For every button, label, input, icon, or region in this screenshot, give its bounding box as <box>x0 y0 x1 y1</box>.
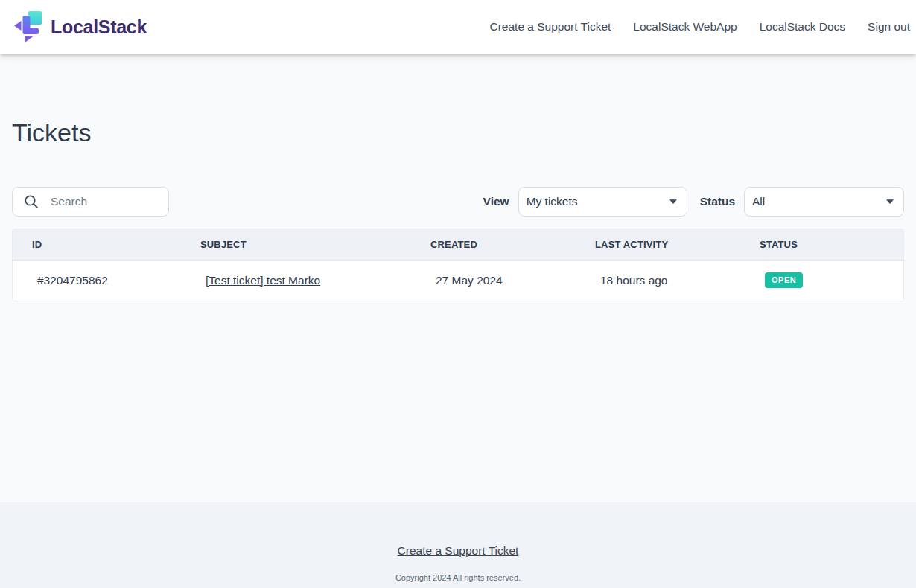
page-title: Tickets <box>12 118 904 148</box>
footer-create-ticket-link[interactable]: Create a Support Ticket <box>398 544 519 557</box>
top-nav: Create a Support Ticket LocalStack WebAp… <box>490 20 910 33</box>
ticket-id-cell: #3204795862 <box>13 260 181 301</box>
view-filter-label: View <box>483 195 509 208</box>
table-row: #3204795862 [Test ticket] test Marko 27 … <box>13 260 903 301</box>
brand-logo[interactable]: LocalStack <box>12 10 147 43</box>
ticket-created-cell: 27 May 2024 <box>411 260 576 301</box>
ticket-last-activity-cell: 18 hours ago <box>576 260 740 301</box>
dropdown-arrow-icon <box>669 199 678 205</box>
tickets-table: ID SUBJECT CREATED LAST ACTIVITY STATUS … <box>12 229 904 301</box>
column-header-created: CREATED <box>411 229 576 260</box>
status-select-value: All <box>752 195 765 208</box>
nav-localstack-docs[interactable]: LocalStack Docs <box>760 20 845 33</box>
app-header: LocalStack Create a Support Ticket Local… <box>0 0 916 54</box>
status-badge: OPEN <box>765 272 803 288</box>
view-select-value: My tickets <box>527 195 578 208</box>
table-header-row: ID SUBJECT CREATED LAST ACTIVITY STATUS <box>13 229 903 260</box>
nav-sign-out[interactable]: Sign out <box>868 20 910 33</box>
toolbar: View My tickets Status All <box>12 187 904 217</box>
view-select[interactable]: My tickets <box>518 187 687 217</box>
search-box[interactable] <box>12 187 169 217</box>
column-header-status: STATUS <box>740 229 903 260</box>
search-icon <box>23 194 51 210</box>
column-header-id: ID <box>13 229 181 260</box>
nav-localstack-webapp[interactable]: LocalStack WebApp <box>633 20 737 33</box>
search-input[interactable] <box>51 195 162 208</box>
brand-name: LocalStack <box>51 16 147 38</box>
localstack-logo-icon <box>12 10 43 43</box>
nav-create-support-ticket[interactable]: Create a Support Ticket <box>490 20 611 33</box>
footer-copyright: Copyright 2024 All rights reserved. <box>0 573 916 582</box>
page-footer: Create a Support Ticket Copyright 2024 A… <box>0 502 916 588</box>
status-select[interactable]: All <box>744 187 904 217</box>
dropdown-arrow-icon <box>885 199 894 205</box>
column-header-last-activity: LAST ACTIVITY <box>576 229 740 260</box>
ticket-subject-link[interactable]: [Test ticket] test Marko <box>206 274 320 287</box>
main-content: Tickets View My tickets Status All <box>0 54 916 502</box>
status-filter-label: Status <box>700 195 735 208</box>
column-header-subject: SUBJECT <box>181 229 411 260</box>
